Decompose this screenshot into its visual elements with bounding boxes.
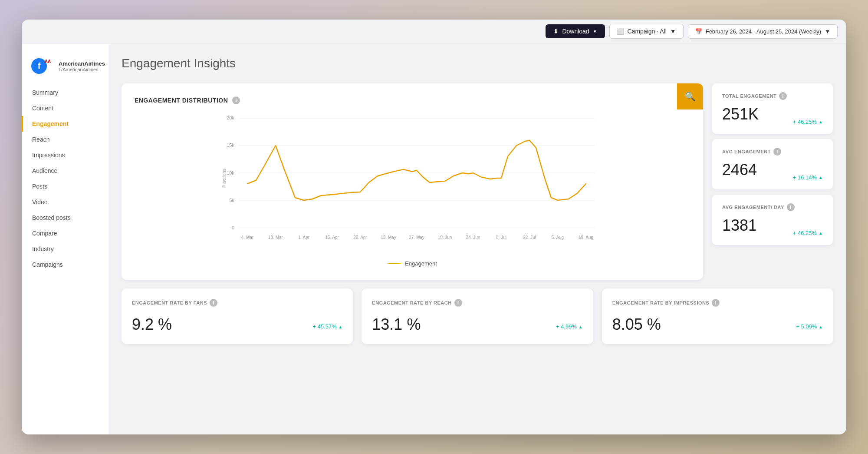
sidebar-item-campaigns[interactable]: Campaigns [22,257,108,272]
brand-logo-container: f AA [30,56,54,76]
svg-text:1. Apr: 1. Apr [298,235,310,240]
chart-stats-row: 🔍 ENGAGEMENT DISTRIBUTION i 20k 15k 10k [122,83,833,280]
nav-menu: Summary Content Engagement Reach Impress… [22,85,108,272]
total-engagement-row: 251K + 46.25% ▲ [722,105,823,125]
sidebar-item-audience[interactable]: Audience [22,163,108,179]
engagement-fans-info[interactable]: i [210,299,217,307]
stats-column: TOTAL ENGAGEMENT i 251K + 46.25% ▲ [712,83,833,280]
content-area: Engagement Insights 🔍 ENGAGEMENT DISTRIB… [108,43,846,434]
engagement-impressions-value: 8.05 % [612,315,661,334]
engagement-impressions-change: + 5.09% ▲ [796,323,823,330]
chart-header: ENGAGEMENT DISTRIBUTION i [135,96,690,104]
engagement-fans-value: 9.2 % [132,315,172,334]
sidebar-item-content[interactable]: Content [22,100,108,116]
download-button[interactable]: ⬇ Download ▼ [546,24,605,38]
download-dropdown-arrow: ▼ [593,29,597,34]
avg-engagement-value: 2464 [722,161,757,179]
svg-text:8. Jul: 8. Jul [496,235,506,240]
date-range-button[interactable]: 📅 February 26, 2024 - August 25, 2024 (W… [688,24,838,39]
calendar-icon: 📅 [695,28,702,35]
total-engagement-card: TOTAL ENGAGEMENT i 251K + 46.25% ▲ [712,83,833,134]
campaign-dropdown-arrow: ▼ [670,28,676,35]
brand-logo-svg: f AA [30,56,54,76]
svg-text:f: f [38,61,41,71]
engagement-rate-fans-card: ENGAGEMENT RATE BY FANS i 9.2 % + 45.57%… [122,288,353,344]
chart-info-icon[interactable]: i [232,96,240,104]
brand-section: f AA AmericanAirlines f /AmericanAirline… [22,52,108,85]
total-engagement-label: TOTAL ENGAGEMENT i [722,92,823,100]
engagement-distribution-card: 🔍 ENGAGEMENT DISTRIBUTION i 20k 15k 10k [122,83,703,280]
svg-text:18. Mar: 18. Mar [268,235,283,240]
avg-engagement-day-change: + 46.25% ▲ [793,230,823,236]
engagement-chart-svg: 20k 15k 10k 5k 0 # actions [135,113,690,252]
chart-title: ENGAGEMENT DISTRIBUTION [135,97,228,104]
avg-engagement-day-card: AVG ENGAGEMENT/ DAY i 1381 + 46.25% ▲ [712,195,833,245]
campaign-label: Campaign · All [628,28,667,35]
brand-handle: f /AmericanAirlines [59,67,105,72]
total-engagement-value: 251K [722,105,759,123]
engagement-rate-impressions-card: ENGAGEMENT RATE BY IMPRESSIONS i 8.05 % … [602,288,833,344]
engagement-fans-change: + 45.57% ▲ [313,323,343,330]
svg-text:20k: 20k [227,115,234,120]
brand-info: AmericanAirlines f /AmericanAirlines [59,60,105,72]
svg-text:15. Apr: 15. Apr [325,235,339,240]
engagement-fans-row: 9.2 % + 45.57% ▲ [132,315,342,334]
total-engagement-info[interactable]: i [779,92,787,100]
svg-text:13. May: 13. May [381,235,396,240]
svg-text:AA: AA [45,59,51,64]
legend-line-engagement [388,263,401,264]
svg-text:27. May: 27. May [409,235,424,240]
engagement-impressions-info[interactable]: i [712,299,720,307]
avg-engagement-card: AVG ENGAGEMENT i 2464 + 16.14% ▲ [712,139,833,189]
svg-text:19. Aug: 19. Aug [579,235,593,240]
engagement-impressions-trend: ▲ [819,325,823,329]
avg-engagement-trend: ▲ [819,175,823,180]
engagement-impressions-label: ENGAGEMENT RATE BY IMPRESSIONS i [612,299,823,307]
engagement-reach-trend: ▲ [579,325,583,329]
avg-engagement-info[interactable]: i [773,148,781,156]
avg-engagement-day-info[interactable]: i [787,203,795,211]
engagement-rate-reach-card: ENGAGEMENT RATE BY REACH i 13.1 % + 4.99… [362,288,593,344]
sidebar-item-industry[interactable]: Industry [22,241,108,257]
sidebar-item-reach[interactable]: Reach [22,132,108,147]
total-engagement-trend: ▲ [819,119,823,124]
sidebar-item-video[interactable]: Video [22,194,108,210]
download-icon: ⬇ [553,28,559,35]
avg-engagement-label: AVG ENGAGEMENT i [722,148,823,156]
engagement-reach-info[interactable]: i [454,299,462,307]
page-title: Engagement Insights [122,56,833,70]
sidebar-item-summary[interactable]: Summary [22,85,108,100]
campaign-filter-button[interactable]: ⬜ Campaign · All ▼ [609,24,684,39]
top-bar: ⬇ Download ▼ ⬜ Campaign · All ▼ 📅 Februa… [22,20,846,43]
legend-label-engagement: Engagement [405,260,437,267]
main-layout: f AA AmericanAirlines f /AmericanAirline… [22,43,846,434]
date-dropdown-arrow: ▼ [825,28,830,35]
svg-text:10k: 10k [227,170,234,176]
chart-svg-container: 20k 15k 10k 5k 0 # actions [135,113,690,254]
svg-text:4. Mar: 4. Mar [241,235,254,240]
avg-engagement-day-trend: ▲ [819,231,823,235]
search-corner-button[interactable]: 🔍 [677,83,703,109]
sidebar-item-impressions[interactable]: Impressions [22,147,108,163]
sidebar-item-engagement[interactable]: Engagement [22,116,108,132]
engagement-reach-row: 13.1 % + 4.99% ▲ [372,315,582,334]
sidebar-item-boosted-posts[interactable]: Boosted posts [22,210,108,225]
campaign-icon: ⬜ [617,28,624,35]
svg-text:0: 0 [232,225,234,230]
svg-text:5k: 5k [229,198,234,203]
engagement-reach-value: 13.1 % [372,315,421,334]
avg-engagement-change: + 16.14% ▲ [793,174,823,181]
chart-legend: Engagement [135,260,690,267]
sidebar-item-compare[interactable]: Compare [22,225,108,241]
svg-text:29. Apr: 29. Apr [353,235,367,240]
svg-text:24. Jun: 24. Jun [466,235,480,240]
sidebar-item-posts[interactable]: Posts [22,179,108,194]
app-container: ⬇ Download ▼ ⬜ Campaign · All ▼ 📅 Februa… [22,20,846,434]
engagement-fans-trend: ▲ [338,325,342,329]
engagement-reach-change: + 4.99% ▲ [556,323,583,330]
search-icon: 🔍 [685,91,696,102]
svg-text:15k: 15k [227,142,234,148]
engagement-fans-label: ENGAGEMENT RATE BY FANS i [132,299,342,307]
svg-text:10. Jun: 10. Jun [438,235,452,240]
avg-engagement-row: 2464 + 16.14% ▲ [722,161,823,181]
